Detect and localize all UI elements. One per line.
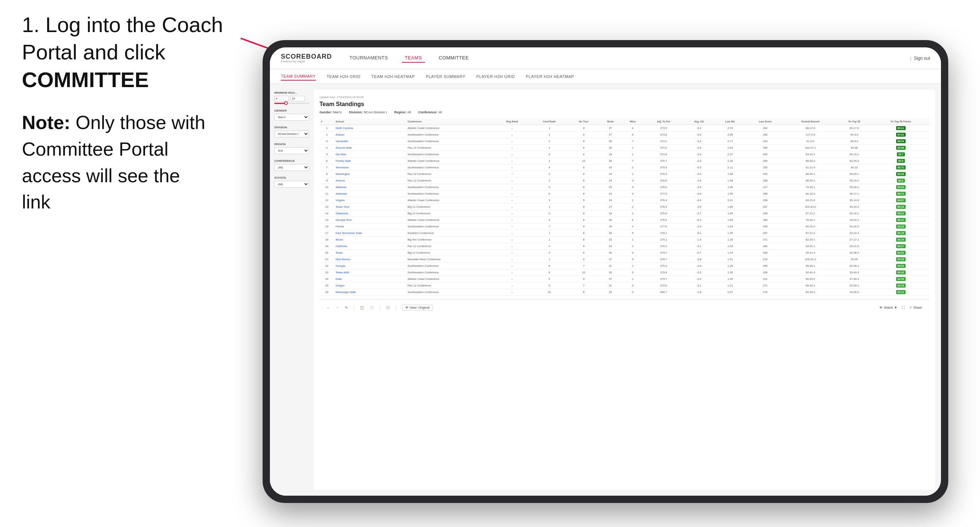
cell-points: 80.94 [872, 184, 929, 190]
nav-tournaments[interactable]: TOURNAMENTS [347, 54, 391, 63]
toolbar-paste[interactable]: 📄 [370, 306, 374, 310]
bottom-toolbar: ← → ↻ 📋 📄 🕐 👁 View: Original 👁 Watch ▼ [320, 299, 929, 312]
toolbar-refresh[interactable]: ↻ [345, 306, 348, 310]
note-text: Note: Only those with Committee Portal a… [22, 110, 212, 215]
cell-rnds: 27 [599, 204, 622, 210]
cell-adj-par: 275.7 [644, 158, 684, 164]
cell-school: New Mexico [334, 256, 406, 263]
nav-teams[interactable]: TEAMS [402, 54, 425, 63]
cell-reg-rank: – [494, 289, 530, 295]
filter-conference-select[interactable]: (All) [274, 164, 309, 171]
step-number: 1. [22, 13, 40, 37]
nav-committee[interactable]: COMMITTEE [436, 54, 472, 63]
sign-out-link[interactable]: | Sign out [910, 56, 930, 61]
cell-overall: 92-40-3 [784, 269, 836, 276]
rounds-slider[interactable] [274, 103, 309, 104]
cell-overall: 59-39-1 [784, 263, 836, 269]
cell-wins: 0 [622, 250, 644, 256]
cell-rank: 13 [320, 204, 334, 210]
cell-overall: 82-18-3 [784, 190, 836, 197]
toolbar-copy[interactable]: 📋 [360, 306, 364, 310]
cell-low-score: 217 [746, 184, 784, 190]
watch-button[interactable]: 👁 Watch ▼ [879, 306, 897, 310]
cell-rank: 25 [320, 283, 334, 289]
slider-thumb[interactable] [284, 101, 288, 105]
cell-wins: 1 [622, 145, 644, 151]
cell-avg-sg: -4.6 [684, 178, 714, 184]
table-row: 3 Vanderbilt Southeastern Conference – 2… [320, 138, 929, 145]
sub-nav-player-summary[interactable]: PLAYER SUMMARY [426, 73, 465, 80]
cell-rnds: 24 [599, 197, 622, 204]
filter-division-group: Division NCAA Division I [274, 126, 309, 137]
cell-avg-sg: -3.5 [684, 184, 714, 190]
cell-conference: Pac-12 Conference [406, 178, 494, 184]
table-row: 23 Texas A&M Southeastern Conference – 9… [320, 269, 929, 276]
cell-adj-par: 276.0 [644, 184, 684, 190]
cell-points: 80.38 [872, 283, 929, 289]
sub-nav-team-h2h-grid[interactable]: TEAM H2H GRID [327, 73, 361, 80]
cell-avg-sg: -5.1 [684, 243, 714, 250]
sub-nav: TEAM SUMMARY TEAM H2H GRID TEAM H2H HEAT… [270, 69, 941, 84]
cell-rnds: 18 [599, 151, 622, 158]
cell-adj-par: 279.6 [644, 269, 684, 276]
cell-vs-top25: 30-98 [836, 145, 872, 151]
toolbar-forward[interactable]: → [336, 306, 339, 310]
table-row: 24 Duke Atlantic Coast Conference – 5 9 … [320, 276, 929, 283]
cell-adj-par: 277.0 [644, 190, 684, 197]
cell-conf-rank: 7 [530, 224, 568, 230]
sub-nav-team-h2h-heatmap[interactable]: TEAM H2H HEATMAP [371, 73, 415, 80]
cell-avg-sg: -1.4 [684, 237, 714, 243]
cell-avg-sg: -5.0 [684, 132, 714, 138]
cell-rnds: 26 [599, 250, 622, 256]
cell-adj-par: 278.2 [644, 243, 684, 250]
sub-nav-player-h2h-grid[interactable]: PLAYER H2H GRID [476, 73, 515, 80]
col-rnds: Rnds [599, 119, 622, 125]
cell-points: 80.13 [872, 289, 929, 295]
cell-vs-top25: 23-10-2 [836, 230, 872, 237]
view-original-button[interactable]: 👁 View: Original [402, 305, 433, 311]
cell-vs-top25: 23-33-1 [836, 283, 872, 289]
filter-division-select[interactable]: NCAA Division I [274, 130, 309, 137]
cell-rnds: 27 [599, 256, 622, 263]
cell-low-rd: 1.98 [714, 171, 746, 178]
cell-low-score: 271 [746, 237, 784, 243]
cell-rank: 4 [320, 145, 334, 151]
cell-conf-rank: 1 [530, 125, 568, 132]
filter-school-select[interactable]: (All) [274, 181, 309, 188]
cell-rank: 22 [320, 263, 334, 269]
filter-min-rounds-from[interactable] [274, 96, 289, 101]
cell-rank: 14 [320, 210, 334, 217]
col-low-score: Low Score [746, 119, 784, 125]
cell-low-score: 265 [746, 164, 784, 171]
sub-nav-team-summary[interactable]: TEAM SUMMARY [281, 73, 316, 81]
cell-reg-rank: – [494, 158, 530, 164]
cell-no-tour: 7 [569, 263, 599, 269]
filter-bar: Gender: Men's Division: NCAA Division I … [320, 110, 929, 114]
cell-rnds: 24 [599, 210, 622, 217]
cell-points: 80.57 [872, 197, 929, 204]
cell-conference: Atlantic Coast Conference [406, 217, 494, 224]
cell-reg-rank: – [494, 217, 530, 224]
toolbar-back[interactable]: ← [327, 306, 330, 310]
filter-region-select[interactable]: N/A [274, 147, 309, 154]
cell-points: 80.47 [872, 217, 929, 224]
share-button[interactable]: ⇧ Share [909, 306, 922, 310]
filter-gender-select[interactable]: Men's [274, 114, 309, 121]
cell-conf-rank: 1 [530, 145, 568, 151]
table-row: 1 North Carolina Atlantic Coast Conferen… [320, 125, 929, 132]
cell-conference: Atlantic Coast Conference [406, 158, 494, 164]
filter-min-rounds-to[interactable] [290, 96, 305, 101]
cell-school: Alabama [334, 184, 406, 190]
cell-adj-par: 276.5 [644, 217, 684, 224]
sub-nav-player-h2h-heatmap[interactable]: PLAYER H2H HEATMAP [526, 73, 574, 80]
cell-rank: 23 [320, 269, 334, 276]
table-row: 2 Auburn Southeastern Conference – 1 9 2… [320, 132, 929, 138]
toolbar-expand[interactable]: ⛶ [902, 306, 905, 310]
cell-points: 80.58 [872, 256, 929, 263]
cell-vs-top25: 29-25 [836, 256, 872, 263]
toolbar-clock[interactable]: 🕐 [386, 306, 390, 310]
sign-out-text[interactable]: Sign out [914, 56, 930, 61]
cell-low-rd: 1.90 [714, 190, 746, 197]
col-avg-sg: Avg. SG [684, 119, 714, 125]
cell-overall: 88-17-0 [784, 125, 836, 132]
